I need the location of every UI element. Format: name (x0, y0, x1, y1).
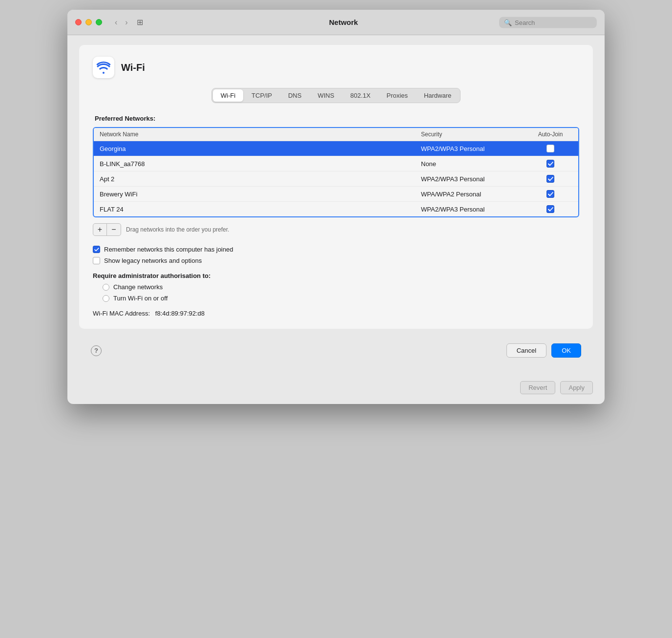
wifi-header: Wi-Fi (93, 57, 579, 78)
autojoin-checkbox[interactable] (546, 145, 554, 152)
apply-button[interactable]: Apply (560, 381, 593, 394)
title-bar: ‹ › ⊞ Network 🔍 (67, 10, 605, 35)
wifi-toggle-label: Turn Wi-Fi on or off (113, 295, 168, 302)
remember-networks-label: Remember networks this computer has join… (104, 246, 233, 253)
col-network-name: Network Name (100, 131, 421, 138)
auth-options: Change networks Turn Wi-Fi on or off (93, 283, 579, 302)
table-row[interactable]: Brewery WiFi WPA/WPA2 Personal (94, 187, 578, 202)
remove-network-button[interactable]: − (107, 224, 121, 235)
wifi-icon-container (93, 57, 114, 78)
maximize-button[interactable] (96, 19, 102, 25)
show-legacy-label: Show legacy networks and options (104, 257, 202, 264)
table-row[interactable]: FLAT 24 WPA2/WPA3 Personal (94, 202, 578, 216)
change-networks-row: Change networks (103, 283, 579, 291)
search-icon: 🔍 (504, 19, 512, 26)
autojoin-cell[interactable] (528, 175, 572, 183)
table-header: Network Name Security Auto-Join (94, 128, 578, 141)
security-cell: WPA/WPA2 Personal (421, 191, 528, 198)
col-autojoin: Auto-Join (528, 131, 572, 138)
minimize-button[interactable] (85, 19, 92, 25)
section-label: Preferred Networks: (95, 115, 579, 122)
tabs-container: Wi-Fi TCP/IP DNS WINS 802.1X Proxies Har… (93, 88, 579, 103)
autojoin-checkbox[interactable] (546, 205, 554, 213)
remember-networks-checkbox[interactable] (93, 246, 100, 253)
show-legacy-row: Show legacy networks and options (93, 257, 579, 264)
table-row[interactable]: B-LINK_aa7768 None (94, 156, 578, 171)
security-cell: WPA2/WPA3 Personal (421, 206, 528, 213)
auth-section: Require administrator authorisation to: … (93, 272, 579, 302)
col-security: Security (421, 131, 528, 138)
autojoin-checkbox[interactable] (546, 190, 554, 198)
tab-proxies[interactable]: Proxies (379, 89, 416, 102)
networks-table: Network Name Security Auto-Join Georgina… (93, 127, 579, 217)
security-cell: None (421, 160, 528, 168)
autojoin-cell[interactable] (528, 205, 572, 213)
network-name-cell: Apt 2 (100, 175, 421, 183)
table-row[interactable]: Georgina WPA2/WPA3 Personal (94, 141, 578, 156)
network-name-cell: Georgina (100, 145, 421, 152)
close-button[interactable] (75, 19, 82, 25)
autojoin-cell[interactable] (528, 145, 572, 152)
cancel-button[interactable]: Cancel (506, 343, 546, 358)
table-row[interactable]: Apt 2 WPA2/WPA3 Personal (94, 171, 578, 187)
dialog-panel: Wi-Fi Wi-Fi TCP/IP DNS WINS 802.1X Proxi… (79, 45, 593, 329)
security-cell: WPA2/WPA3 Personal (421, 175, 528, 183)
tab-hardware[interactable]: Hardware (416, 89, 459, 102)
autojoin-cell[interactable] (528, 160, 572, 168)
traffic-lights (75, 19, 102, 25)
wifi-toggle-checkbox[interactable] (103, 295, 109, 302)
wifi-toggle-row: Turn Wi-Fi on or off (103, 295, 579, 302)
checkboxes-section: Remember networks this computer has join… (93, 246, 579, 264)
help-button[interactable]: ? (91, 345, 102, 356)
forward-button[interactable]: › (122, 16, 130, 29)
add-remove-group: + − (93, 223, 121, 236)
back-button[interactable]: ‹ (112, 16, 120, 29)
table-controls: + − Drag networks into the order you pre… (93, 223, 579, 236)
network-name-cell: FLAT 24 (100, 206, 421, 213)
tabs: Wi-Fi TCP/IP DNS WINS 802.1X Proxies Har… (211, 88, 461, 103)
show-legacy-checkbox[interactable] (93, 257, 100, 264)
search-bar[interactable]: 🔍 (499, 17, 597, 28)
tab-wifi[interactable]: Wi-Fi (213, 89, 243, 102)
grid-icon[interactable]: ⊞ (137, 18, 143, 27)
nav-buttons: ‹ › (112, 16, 131, 29)
window: ‹ › ⊞ Network 🔍 Wi-Fi (67, 10, 605, 404)
tab-dns[interactable]: DNS (280, 89, 309, 102)
mac-address-value: f8:4d:89:97:92:d8 (155, 310, 205, 317)
autojoin-checkbox[interactable] (546, 160, 554, 168)
revert-button[interactable]: Revert (520, 381, 555, 394)
mac-address-label: Wi-Fi MAC Address: (93, 310, 150, 317)
content-area: Wi-Fi Wi-Fi TCP/IP DNS WINS 802.1X Proxi… (67, 35, 605, 376)
tab-8021x[interactable]: 802.1X (342, 89, 378, 102)
tab-tcpip[interactable]: TCP/IP (244, 89, 280, 102)
add-network-button[interactable]: + (93, 224, 107, 235)
table-body: Georgina WPA2/WPA3 Personal B-LINK_aa776… (94, 141, 578, 216)
mac-address: Wi-Fi MAC Address: f8:4d:89:97:92:d8 (93, 310, 579, 317)
autojoin-cell[interactable] (528, 190, 572, 198)
action-buttons: Cancel OK (506, 343, 581, 358)
change-networks-checkbox[interactable] (103, 284, 109, 291)
change-networks-label: Change networks (113, 283, 163, 291)
drag-hint: Drag networks into the order you prefer. (126, 226, 229, 233)
wifi-icon (96, 61, 111, 74)
search-input[interactable] (515, 19, 592, 26)
footer-row: Revert Apply (67, 376, 605, 404)
bottom-bar: ? Cancel OK (79, 337, 593, 364)
autojoin-checkbox[interactable] (546, 175, 554, 183)
wifi-title: Wi-Fi (121, 62, 145, 73)
remember-networks-row: Remember networks this computer has join… (93, 246, 579, 253)
ok-button[interactable]: OK (551, 343, 581, 358)
network-name-cell: B-LINK_aa7768 (100, 160, 421, 168)
window-title: Network (149, 18, 538, 26)
auth-label: Require administrator authorisation to: (93, 272, 579, 279)
security-cell: WPA2/WPA3 Personal (421, 145, 528, 152)
tab-wins[interactable]: WINS (310, 89, 342, 102)
network-name-cell: Brewery WiFi (100, 191, 421, 198)
